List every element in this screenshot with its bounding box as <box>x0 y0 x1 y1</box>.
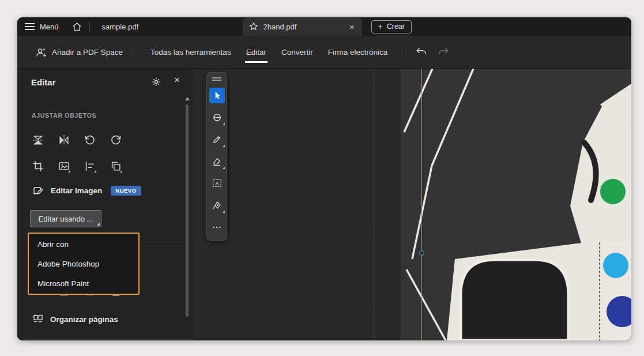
hamburger-icon <box>25 23 35 31</box>
submenu-indicator <box>223 167 225 169</box>
tab-label: 2hand.pdf <box>263 23 342 31</box>
tab-sample-pdf[interactable]: sample.pdf <box>92 17 243 36</box>
content-area: Editar × AJUSTAR OBJETOS <box>17 69 631 340</box>
svg-text:A: A <box>215 181 219 186</box>
home-button[interactable] <box>66 17 88 36</box>
tab-label: sample.pdf <box>102 23 139 31</box>
sign-tool-button[interactable] <box>209 197 225 213</box>
adjust-objects-row1 <box>32 134 122 147</box>
eraser-icon <box>212 156 222 167</box>
document-canvas[interactable]: A <box>193 69 631 340</box>
lasso-tool-icon <box>212 112 223 123</box>
adjust-objects-row2 <box>32 160 122 173</box>
edit-image-button[interactable]: Editar imagen NUEVO <box>32 185 141 197</box>
vertical-guide-line[interactable] <box>421 69 422 340</box>
add-to-pdf-space-icon <box>35 46 47 58</box>
pen-nib-icon <box>212 200 222 211</box>
nav-convert[interactable]: Convertir <box>281 48 313 57</box>
undo-icon[interactable] <box>415 46 428 58</box>
organize-pages-label: Organizar páginas <box>50 315 118 324</box>
draw-pencil-icon <box>212 134 222 145</box>
green-circle-object[interactable] <box>600 179 626 204</box>
select-tool-button[interactable] <box>209 88 225 103</box>
menu-label: Menú <box>40 23 59 31</box>
main-toolbar: Añadir a PDF Space Todas las herramienta… <box>17 36 631 69</box>
artwork-black-shape <box>461 260 568 340</box>
duplicate-object-icon[interactable] <box>110 160 122 173</box>
menu-item-open-with[interactable]: Abrir con <box>29 234 138 254</box>
undo-redo-group <box>415 46 450 58</box>
guide-handle[interactable] <box>419 250 424 256</box>
edit-panel: Editar × AJUSTAR OBJETOS <box>17 69 193 340</box>
add-to-pdf-space-button[interactable]: Añadir a PDF Space <box>35 46 123 58</box>
more-tools-button[interactable] <box>209 219 225 235</box>
nav-edit[interactable]: Editar <box>246 48 266 57</box>
nav-esign[interactable]: Firma electrónica <box>328 48 388 57</box>
rotate-left-icon[interactable] <box>84 134 96 147</box>
titlebar: Menú sample.pdf 2hand.pdf × + Crear <box>17 17 631 36</box>
rotate-right-icon[interactable] <box>110 134 122 147</box>
submenu-indicator <box>223 211 225 213</box>
add-to-pdf-space-label: Añadir a PDF Space <box>52 48 123 57</box>
close-tab-icon[interactable]: × <box>347 23 357 31</box>
submenu-indicator <box>120 170 122 173</box>
panel-scrollbar[interactable] <box>186 104 189 317</box>
organize-pages-icon <box>32 313 44 325</box>
more-tools-icon <box>212 222 222 233</box>
star-icon[interactable] <box>248 21 259 32</box>
floating-toolbar: A <box>206 72 227 241</box>
cyan-circle-object[interactable] <box>603 253 628 278</box>
lasso-tool-button[interactable] <box>209 110 225 125</box>
submenu-indicator <box>94 170 96 173</box>
desktop-background: Menú sample.pdf 2hand.pdf × + Crear <box>0 0 644 356</box>
tab-2hand-pdf[interactable]: 2hand.pdf × <box>243 17 362 36</box>
edit-using-context-menu: Abrir con Adobe Photoshop Microsoft Pain… <box>28 233 140 295</box>
acrobat-window: Menú sample.pdf 2hand.pdf × + Crear <box>17 17 631 340</box>
crop-icon[interactable] <box>32 160 44 173</box>
erase-tool-button[interactable] <box>209 153 225 169</box>
menu-item-microsoft-paint[interactable]: Microsoft Paint <box>29 273 138 293</box>
section-adjust-objects: AJUSTAR OBJETOS <box>32 112 96 119</box>
new-badge: NUEVO <box>111 186 141 196</box>
align-objects-icon[interactable] <box>84 160 96 173</box>
organize-pages-button[interactable]: Organizar páginas <box>32 313 118 325</box>
plus-icon: + <box>378 23 383 31</box>
menu-button[interactable]: Menú <box>17 17 66 36</box>
create-button[interactable]: + Crear <box>371 20 412 33</box>
edit-image-label: Editar imagen <box>51 186 102 195</box>
toolbar-separator <box>133 46 133 58</box>
redo-icon[interactable] <box>437 46 450 58</box>
submenu-indicator <box>223 123 225 125</box>
document-page[interactable] <box>401 69 631 340</box>
submenu-indicator <box>68 170 70 173</box>
toolbar-separator <box>405 46 405 58</box>
edit-image-icon <box>32 185 44 197</box>
flip-vertical-icon[interactable] <box>32 134 44 147</box>
add-text-tool-button[interactable]: A <box>209 175 225 191</box>
edit-using-button[interactable]: Editar usando ... <box>30 210 101 227</box>
scrollbar-up-arrow[interactable] <box>185 97 190 100</box>
edit-using-label: Editar usando ... <box>39 215 93 223</box>
submenu-indicator <box>223 145 225 147</box>
page-boundary-dashed-line <box>374 69 374 340</box>
flip-horizontal-icon[interactable] <box>58 134 70 147</box>
home-icon <box>71 21 82 32</box>
replace-image-icon[interactable] <box>58 160 70 173</box>
titlebar-separator <box>89 22 90 31</box>
create-label: Crear <box>387 23 405 31</box>
select-cursor-icon <box>212 91 222 100</box>
close-panel-icon[interactable]: × <box>174 75 180 85</box>
drag-handle-icon[interactable] <box>212 77 221 78</box>
gear-icon[interactable] <box>151 77 161 87</box>
add-text-icon: A <box>212 178 223 189</box>
panel-title: Editar <box>31 77 56 87</box>
draw-tool-button[interactable] <box>209 132 225 147</box>
menu-item-adobe-photoshop[interactable]: Adobe Photoshop <box>29 254 138 273</box>
nav-all-tools[interactable]: Todas las herramientas <box>150 48 231 57</box>
